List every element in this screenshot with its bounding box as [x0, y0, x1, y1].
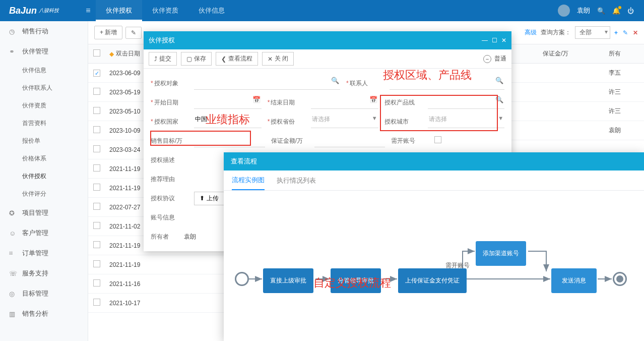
- label-province: 授权省份: [268, 118, 305, 126]
- calendar-icon[interactable]: 📅: [369, 96, 377, 103]
- sidebar-sub-price[interactable]: 价格体系: [0, 150, 88, 167]
- sidebar-item-order[interactable]: ⌗订单管理: [0, 243, 88, 263]
- add-button[interactable]: + 新增: [94, 26, 122, 39]
- sidebar-sub-contact[interactable]: 伙伴联系人: [0, 79, 88, 97]
- sidebar-sub-score[interactable]: 伙伴评分: [0, 185, 88, 203]
- bell-icon[interactable]: 🔔: [612, 7, 620, 15]
- upload-button[interactable]: ⬆上传: [194, 192, 224, 205]
- edge-label: 需开账号: [445, 261, 470, 270]
- tab-partner-info[interactable]: 伙伴信息: [188, 0, 235, 21]
- start-date-input[interactable]: 📅: [194, 96, 262, 109]
- sidebar-item-customer[interactable]: ☺客户管理: [0, 223, 88, 243]
- label-sales: 销售目标/万: [151, 137, 188, 145]
- tab-flow-list[interactable]: 执行情况列表: [277, 172, 316, 190]
- row-checkbox[interactable]: [93, 222, 100, 229]
- chart-icon: ▥: [9, 310, 18, 318]
- avatar[interactable]: [558, 5, 570, 17]
- row-checkbox[interactable]: [93, 126, 100, 133]
- flow-node-e[interactable]: 发送消息: [551, 268, 597, 293]
- lookup-icon[interactable]: 🔍: [495, 96, 503, 103]
- username: 袁朗: [577, 6, 590, 15]
- sidebar-item-analysis[interactable]: ▥销售分析: [0, 304, 88, 324]
- label-desc: 授权描述: [151, 156, 188, 164]
- plus-icon[interactable]: +: [614, 29, 618, 36]
- sidebar-item-service[interactable]: ☏服务支持: [0, 263, 88, 283]
- tab-partner-auth[interactable]: 伙伴授权: [96, 0, 142, 21]
- city-select[interactable]: 请选择▼: [428, 115, 504, 128]
- row-checkbox[interactable]: [93, 203, 100, 210]
- maximize-icon[interactable]: ☐: [492, 37, 497, 44]
- sidebar-sub-auth[interactable]: 伙伴授权: [0, 167, 88, 185]
- sidebar: ◷销售行动 ⚭伙伴管理 伙伴信息 伙伴联系人 伙伴资质 首营资料 报价单 价格体…: [0, 21, 88, 341]
- tab-flow-diagram[interactable]: 流程实例图: [232, 171, 265, 190]
- sidebar-item-project[interactable]: ✪项目管理: [0, 203, 88, 223]
- row-checkbox[interactable]: [93, 88, 100, 95]
- close-icon[interactable]: ✕: [501, 37, 506, 44]
- chevron-down-icon: ▼: [372, 115, 377, 121]
- product-input[interactable]: 🔍: [428, 96, 504, 109]
- dialog-toolbar: ⤴提交 ▢保存 ❮查看流程 ✕关 闭 − 普通: [144, 49, 511, 69]
- top-right: 袁朗 🔍 🔔 ⏻: [558, 5, 644, 17]
- row-checkbox[interactable]: [93, 164, 100, 172]
- x-icon: ✕: [268, 55, 273, 63]
- row-checkbox[interactable]: [93, 241, 100, 248]
- upload-icon: ⤴: [154, 55, 157, 63]
- hamburger-icon[interactable]: ≡: [81, 6, 96, 15]
- cell-date: 2021-11-16: [105, 274, 181, 294]
- edit-button[interactable]: ✎: [125, 27, 142, 39]
- close-button[interactable]: ✕关 闭: [262, 52, 294, 66]
- scheme-label: 查询方案：: [541, 28, 571, 37]
- cell-owner: 许三: [605, 83, 644, 102]
- sidebar-sub-first[interactable]: 首营资料: [0, 115, 88, 132]
- power-icon[interactable]: ⏻: [627, 7, 634, 15]
- label-country: 授权国家: [151, 118, 188, 126]
- row-checkbox[interactable]: [93, 70, 100, 77]
- advanced-link[interactable]: 高级: [525, 28, 537, 37]
- row-checkbox[interactable]: [93, 260, 100, 267]
- sales-input[interactable]: [194, 134, 265, 147]
- search-icon[interactable]: 🔍: [597, 7, 605, 15]
- target-input[interactable]: 🔍: [194, 77, 340, 90]
- end-date-input[interactable]: 📅: [311, 96, 378, 109]
- row-checkbox[interactable]: [93, 145, 100, 152]
- partner-icon: ⚭: [9, 48, 18, 55]
- row-checkbox[interactable]: [93, 299, 100, 306]
- minimize-icon[interactable]: —: [482, 37, 488, 44]
- scheme-select[interactable]: 全部: [575, 26, 610, 39]
- collapse-icon[interactable]: −: [483, 55, 491, 63]
- sidebar-item-goal[interactable]: ◎目标管理: [0, 283, 88, 304]
- need-acct-checkbox[interactable]: [434, 136, 441, 143]
- logo: BaJun八骏科技: [0, 6, 81, 16]
- cell-date: 2021-10-17: [105, 294, 181, 313]
- row-checkbox[interactable]: [93, 279, 100, 287]
- dialog-title: 伙伴授权 — ☐ ✕: [144, 31, 511, 49]
- tab-partner-qual[interactable]: 伙伴资质: [142, 0, 188, 21]
- save-button[interactable]: ▢保存: [181, 52, 212, 66]
- owner-value: 袁朗: [184, 233, 196, 241]
- customer-icon: ☺: [9, 230, 18, 237]
- sidebar-sub-qual[interactable]: 伙伴资质: [0, 97, 88, 115]
- flow-diagram: 直接上级审批 分管领导审批 上传保证金支付凭证 添加渠道账号 发送消息 需开账号: [224, 191, 644, 341]
- lookup-icon[interactable]: 🔍: [495, 77, 503, 84]
- flow-node-a[interactable]: 直接上级审批: [263, 268, 313, 293]
- flow-node-d[interactable]: 添加渠道账号: [476, 241, 526, 266]
- sidebar-sub-quote[interactable]: 报价单: [0, 132, 88, 150]
- delete-icon[interactable]: ✕: [633, 29, 638, 36]
- lookup-icon[interactable]: 🔍: [331, 77, 339, 84]
- sidebar-sub-info[interactable]: 伙伴信息: [0, 62, 88, 79]
- row-checkbox[interactable]: [93, 184, 100, 191]
- mode-label: 普通: [494, 54, 506, 63]
- province-select[interactable]: 请选择▼: [311, 115, 378, 128]
- deposit-input[interactable]: [314, 134, 385, 147]
- flow-node-c[interactable]: 上传保证金支付凭证: [398, 268, 467, 293]
- sidebar-item-partner[interactable]: ⚭伙伴管理: [0, 41, 88, 62]
- pencil-icon[interactable]: ✎: [623, 29, 628, 36]
- sidebar-item-sales[interactable]: ◷销售行动: [0, 21, 88, 41]
- view-flow-button[interactable]: ❮查看流程: [216, 52, 258, 66]
- row-checkbox[interactable]: [93, 107, 100, 114]
- annotation-flow: 自定义授权流程: [313, 275, 391, 291]
- checkbox-all[interactable]: [93, 49, 100, 56]
- submit-button[interactable]: ⤴提交: [149, 52, 177, 66]
- flow-tabs: 流程实例图 执行情况列表: [224, 170, 644, 191]
- calendar-icon[interactable]: 📅: [252, 96, 261, 103]
